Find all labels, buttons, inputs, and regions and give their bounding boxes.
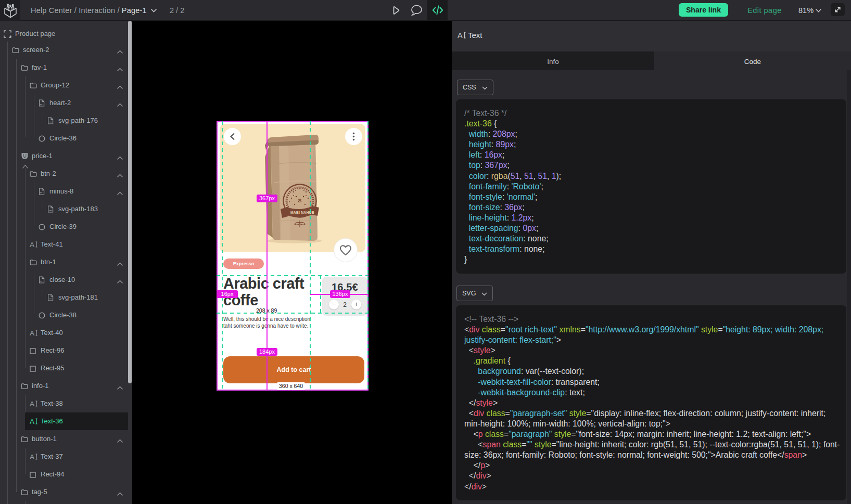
svg-text:A: A [30,329,34,337]
svg-text:A: A [30,418,34,425]
svg-text:A: A [458,31,463,39]
svg-text:A: A [30,400,34,407]
svg-text:A: A [30,241,34,248]
svg-text:A: A [30,453,34,460]
